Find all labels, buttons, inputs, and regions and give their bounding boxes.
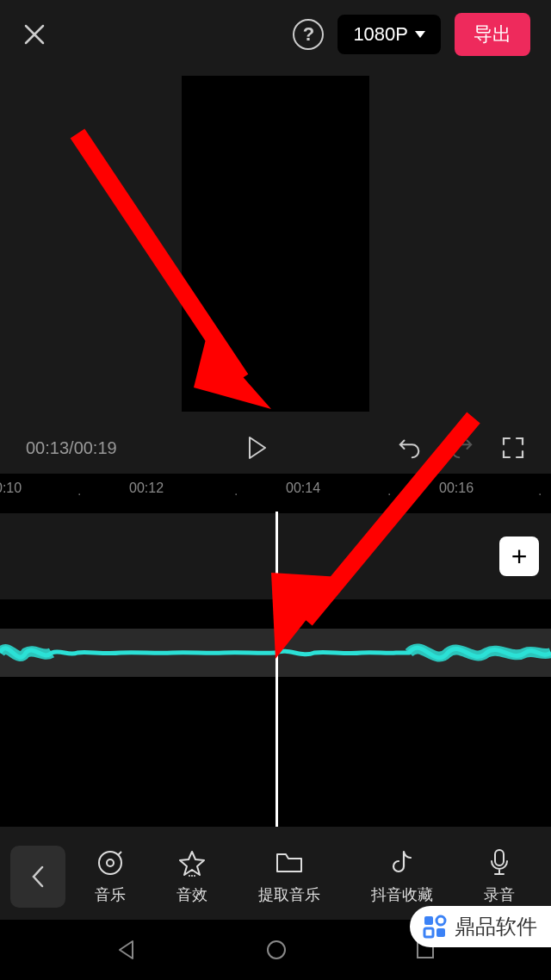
header: ? 1080P 导出 [0,0,551,69]
circle-home-icon [265,939,288,961]
chevron-left-icon [31,865,45,889]
undo-icon [398,437,422,459]
svg-rect-3 [495,850,504,865]
nav-back[interactable] [115,939,138,961]
video-preview[interactable] [182,76,369,412]
help-button[interactable]: ? [293,19,324,50]
redo-icon [449,437,474,459]
timeline-ruler[interactable]: 0:10 · 00:12 · 00:14 · 00:16 · [0,474,551,505]
fullscreen-button[interactable] [501,436,525,460]
svg-point-7 [436,916,445,925]
watermark: 鼎品软件 [410,906,551,947]
tool-extract-music[interactable]: 提取音乐 [258,848,320,905]
time-display: 00:13/00:19 [26,438,117,458]
export-label: 导出 [474,23,511,45]
play-button[interactable] [245,436,269,460]
back-button[interactable] [10,846,65,908]
folder-icon [275,848,304,878]
playhead[interactable] [276,512,278,827]
microphone-icon [485,848,514,878]
playback-controls: 00:13/00:19 [0,422,551,474]
music-icon [96,848,125,878]
ruler-tick: 00:14 [286,481,320,496]
douyin-icon [387,848,417,878]
resolution-label: 1080P [353,23,408,46]
timeline[interactable]: 0:10 · 00:12 · 00:14 · 00:16 · + [0,474,551,827]
svg-point-2 [107,859,114,866]
tool-douyin-favorites[interactable]: 抖音收藏 [371,848,433,905]
ruler-tick: 0:10 [0,481,22,496]
svg-point-4 [268,941,285,958]
export-button[interactable]: 导出 [455,13,530,56]
resolution-dropdown[interactable]: 1080P [337,15,441,54]
tool-sound-effect[interactable]: 音效 [176,848,207,905]
star-icon [177,848,207,878]
triangle-back-icon [115,939,138,961]
ruler-tick: 00:12 [129,481,164,496]
svg-rect-6 [424,916,433,925]
tool-label: 音效 [176,884,207,905]
close-button[interactable] [21,21,48,48]
tool-label: 音乐 [95,884,126,905]
play-icon [247,436,268,460]
undo-button[interactable] [398,436,422,460]
watermark-logo-icon [422,914,448,940]
redo-button[interactable] [449,436,474,460]
question-icon: ? [303,23,314,46]
tool-label: 提取音乐 [258,884,320,905]
svg-rect-9 [436,928,445,937]
fullscreen-icon [502,437,524,459]
chevron-down-icon [415,31,425,38]
ruler-tick: 00:16 [439,481,474,496]
tool-record[interactable]: 录音 [484,848,515,905]
plus-icon: + [511,541,528,573]
nav-home[interactable] [265,939,288,961]
tool-music[interactable]: 音乐 [95,848,126,905]
svg-rect-8 [424,928,433,937]
preview-area [0,69,551,422]
add-clip-button[interactable]: + [499,537,539,576]
close-icon [22,22,46,47]
watermark-text: 鼎品软件 [455,913,537,940]
tool-label: 录音 [484,884,515,905]
tool-label: 抖音收藏 [371,884,433,905]
